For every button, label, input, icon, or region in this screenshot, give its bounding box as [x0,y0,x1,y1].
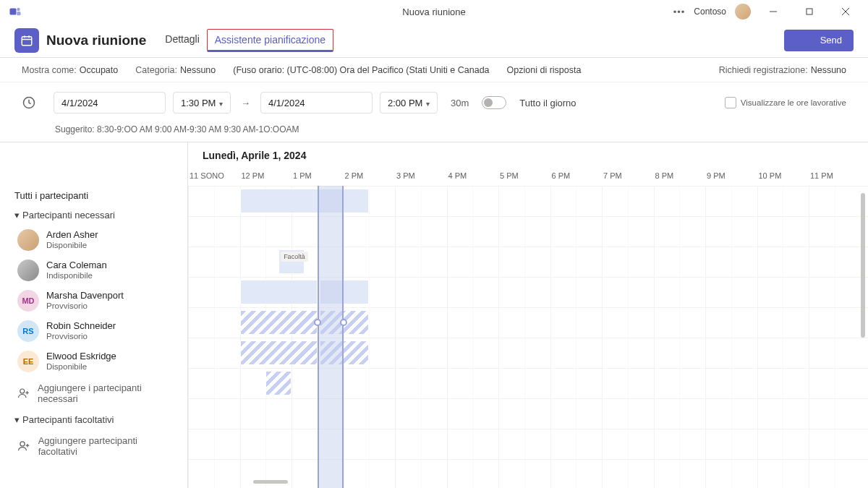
attendee-status: Provvisorio [46,301,124,312]
vertical-scrollbar[interactable] [861,186,867,488]
attendee-info: Cara Coleman Indisponibile [46,260,107,281]
close-button[interactable] [832,1,859,22]
avatar [17,260,39,281]
attendee-row[interactable]: Arden Asher Disponibile [0,225,187,255]
hour-header: 11 SONO12 PM1 PM2 PM3 PM4 PM5 PM6 PM7 PM… [188,171,868,186]
hour-label: 12 PM [240,171,292,186]
attendee-info: Elwood Eskridge Disponibile [46,351,116,372]
attendee-name: Cara Coleman [46,260,107,271]
hour-label: 3 PM [395,171,447,186]
attendee-info: Robin Schneider Provvisorio [46,320,116,341]
selection-handle-end[interactable] [340,319,347,326]
page-header: Nuova riunione Dettagli Assistente piani… [0,23,868,58]
attendee-list: Tutti i partecipanti ▾ Partecipanti nece… [0,142,188,488]
tentative-block [265,371,292,395]
svg-point-12 [20,389,25,393]
hour-label: 10 PM [757,171,809,186]
user-avatar[interactable] [735,4,751,20]
svg-point-15 [20,442,25,446]
arrow-right-icon: → [241,98,250,108]
chevron-down-icon: ▾ [14,414,20,425]
busy-block [240,280,318,304]
attendee-status: Provvisorio [46,332,116,342]
attendee-name: Robin Schneider [46,320,116,332]
chevron-down-icon: ▾ [14,210,20,221]
chevron-down-icon [426,98,430,108]
attendee-status: Disponibile [46,362,116,372]
attendee-name: Elwood Eskridge [46,351,116,362]
work-hours-option[interactable]: Visualizzare le ore lavorative [725,97,846,108]
hour-label: 8 PM [654,171,706,186]
maximize-button[interactable] [796,1,823,22]
time-selection[interactable] [318,186,344,488]
chevron-down-icon [219,98,223,108]
add-required-attendee[interactable]: Aggiungere i partecipanti necessari [0,377,187,410]
datetime-row: 4/1/2024 1:30 PM → 4/1/2024 2:00 PM 30m … [0,82,868,123]
show-as-option[interactable]: Mostra come: Occupato [22,65,118,75]
event-label: Facoltà [281,252,308,262]
all-day-toggle[interactable] [482,96,506,109]
attendee-name: Marsha Davenport [46,290,124,301]
response-options[interactable]: Opzioni di risposta [507,65,582,75]
end-time-input[interactable]: 2:00 PM [380,92,438,114]
optional-attendees-header[interactable]: ▾ Partecipanti facoltativi [0,410,187,429]
hour-label: 11 SONO [188,171,240,186]
required-attendees-header[interactable]: ▾ Partecipanti necessari [0,205,187,225]
day-label: Lunedì, Aprile 1, 2024 [203,150,306,161]
avatar [17,229,39,251]
duration-label: 30m [451,98,469,108]
svg-point-1 [17,8,20,12]
timeline[interactable]: Lunedì, Aprile 1, 2024 11 SONO12 PM1 PM2… [188,142,868,488]
start-time-input[interactable]: 1:30 PM [173,92,231,114]
all-attendees-header: Tutti i partecipanti [0,186,187,205]
attendee-status: Disponibile [46,241,98,251]
hour-label: 5 PM [498,171,550,186]
attendee-row[interactable]: MD Marsha Davenport Provvisorio [0,286,187,316]
avatar: MD [17,290,39,312]
page-title: Nuova riunione [46,33,146,48]
hour-label: 7 PM [602,171,654,186]
avatar: RS [17,320,39,342]
work-hours-checkbox[interactable] [725,97,736,108]
hour-label: 4 PM [447,171,499,186]
hour-label: 6 PM [550,171,603,186]
hour-label: 2 PM [344,171,396,186]
scrollbar-thumb[interactable] [861,193,865,338]
horizontal-scrollbar[interactable] [253,480,288,484]
attendee-status: Indisponibile [46,271,107,281]
svg-rect-7 [22,36,32,45]
attendee-name: Arden Asher [46,229,98,241]
minimize-button[interactable] [760,1,787,22]
end-date-input[interactable]: 4/1/2024 [260,92,373,114]
hour-label: 9 PM [705,171,757,186]
attendee-row[interactable]: Cara Coleman Indisponibile [0,255,187,286]
more-icon[interactable]: ••• [673,7,686,17]
meeting-options-bar: Mostra come: Occupato Categoria: Nessuno… [0,58,868,82]
add-optional-attendee[interactable]: Aggiungere partecipanti facoltativi [0,429,187,463]
tab-scheduling-assistant[interactable]: Assistente pianificazione [207,29,333,52]
svg-rect-4 [807,9,812,14]
busy-block [240,189,370,213]
suggested-times: Suggerito: 8:30-9:OO AM 9:00 AM-9:30 AM … [0,123,868,142]
tentative-block [240,341,318,365]
svg-rect-2 [17,12,20,15]
selection-handle-start[interactable] [314,319,321,326]
send-button[interactable]: Send [784,30,854,51]
availability-grid[interactable]: Facoltà [188,186,868,488]
busy-block: Facoltà [278,249,305,274]
teams-icon [9,5,22,18]
attendee-row[interactable]: EE Elwood Eskridge Disponibile [0,346,187,377]
tab-details[interactable]: Dettagli [158,23,206,57]
attendee-row[interactable]: RS Robin Schneider Provvisorio [0,316,187,346]
hour-label: 11 PM [809,171,861,186]
request-recording-option[interactable]: Richiedi registrazione: Nessuno [719,65,846,75]
tentative-block [240,310,318,335]
hour-label: 1 PM [292,171,344,186]
avatar: EE [17,351,39,372]
start-date-input[interactable]: 4/1/2024 [54,92,166,114]
titlebar: Nuova riunione ••• Contoso [0,0,868,23]
attendee-info: Arden Asher Disponibile [46,229,98,250]
category-option[interactable]: Categoria: Nessuno [135,65,216,75]
svg-rect-0 [10,9,17,15]
timezone-option[interactable]: (Fuso orario: (UTC-08:00) Ora del Pacifi… [233,65,489,75]
